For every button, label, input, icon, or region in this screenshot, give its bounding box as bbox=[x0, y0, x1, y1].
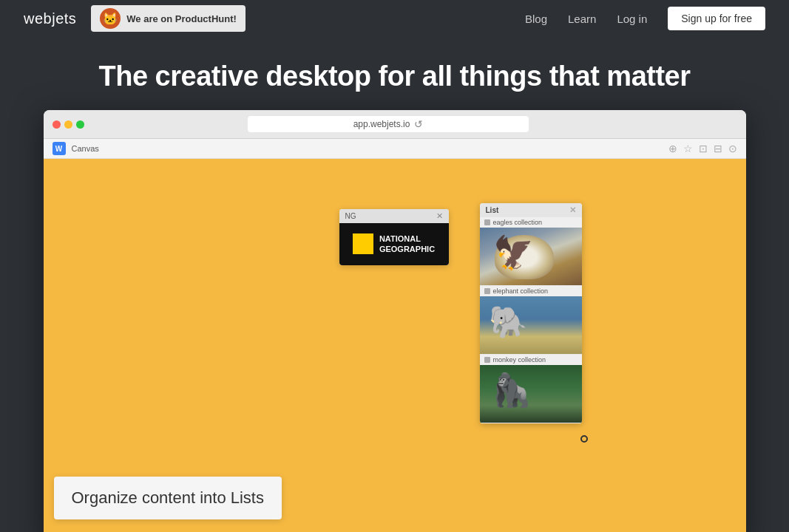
tab-add-icon[interactable]: ⊕ bbox=[668, 143, 677, 154]
eagles-dot bbox=[484, 219, 490, 225]
nav-blog[interactable]: Blog bbox=[525, 13, 547, 25]
tab-canvas[interactable]: Canvas bbox=[72, 144, 99, 153]
header-nav: Blog Learn Log in Sign up for free bbox=[525, 7, 765, 30]
ng-widget-title: NG bbox=[345, 212, 356, 220]
monkey-text: monkey collection bbox=[493, 356, 546, 364]
producthunt-badge[interactable]: 🐱 We are on ProductHunt! bbox=[91, 5, 245, 32]
tab-share-icon[interactable]: ⊡ bbox=[699, 143, 708, 154]
list-widget-title: List bbox=[486, 206, 499, 214]
tab-star-icon[interactable]: ☆ bbox=[683, 143, 693, 154]
elephant-dot bbox=[484, 288, 490, 294]
cursor-indicator bbox=[580, 435, 588, 443]
logo[interactable]: webjets bbox=[24, 10, 76, 27]
elephant-label: elephant collection bbox=[480, 286, 582, 296]
dot-red[interactable] bbox=[53, 120, 61, 129]
eagles-image bbox=[480, 228, 582, 285]
list-item-elephant[interactable]: elephant collection bbox=[480, 286, 582, 355]
ng-widget-close[interactable]: ✕ bbox=[436, 211, 443, 221]
browser-canvas[interactable]: NG ✕ NATIONAL GEOGRAPHIC List ✕ bbox=[44, 159, 746, 532]
browser-mockup: app.webjets.io ↺ W Canvas ⊕ ☆ ⊡ ⊟ ⊙ NG ✕ bbox=[44, 110, 746, 532]
organize-label: Organize content into Lists bbox=[54, 477, 282, 519]
tab-delete-icon[interactable]: ⊟ bbox=[714, 143, 722, 154]
eagles-label: eagles collection bbox=[480, 217, 582, 228]
browser-chrome: app.webjets.io ↺ bbox=[44, 110, 746, 139]
ng-logo-frame bbox=[353, 233, 373, 254]
dot-yellow[interactable] bbox=[64, 120, 72, 129]
ph-avatar: 🐱 bbox=[100, 8, 121, 29]
producthunt-label: We are on ProductHunt! bbox=[126, 13, 237, 24]
monkey-dot bbox=[484, 357, 490, 363]
svg-rect-0 bbox=[357, 238, 369, 250]
header: webjets 🐱 We are on ProductHunt! Blog Le… bbox=[0, 0, 789, 37]
ng-widget-header: NG ✕ bbox=[339, 209, 449, 223]
eagles-text: eagles collection bbox=[493, 219, 543, 226]
elephant-text: elephant collection bbox=[493, 287, 549, 295]
hero-section: The creative desktop for all things that… bbox=[0, 37, 789, 110]
url-text: app.webjets.io bbox=[353, 119, 410, 129]
browser-dots bbox=[53, 120, 84, 129]
list-widget[interactable]: List ✕ eagles collection elephant collec… bbox=[480, 203, 582, 423]
signup-button[interactable]: Sign up for free bbox=[668, 7, 765, 30]
ng-widget[interactable]: NG ✕ NATIONAL GEOGRAPHIC bbox=[339, 209, 449, 265]
list-widget-header: List ✕ bbox=[480, 203, 582, 217]
refresh-icon[interactable]: ↺ bbox=[414, 118, 423, 130]
ng-text: NATIONAL GEOGRAPHIC bbox=[379, 233, 435, 255]
monkey-image bbox=[480, 365, 582, 423]
url-bar[interactable]: app.webjets.io ↺ bbox=[248, 116, 529, 132]
dot-green[interactable] bbox=[76, 120, 84, 129]
hero-title: The creative desktop for all things that… bbox=[0, 61, 789, 92]
header-left: webjets 🐱 We are on ProductHunt! bbox=[24, 5, 245, 32]
monkey-label: monkey collection bbox=[480, 355, 582, 365]
ng-widget-content: NATIONAL GEOGRAPHIC bbox=[339, 223, 449, 265]
nav-learn[interactable]: Learn bbox=[568, 13, 596, 25]
ng-logo-icon bbox=[357, 238, 369, 250]
list-widget-close[interactable]: ✕ bbox=[569, 205, 576, 215]
tab-actions: ⊕ ☆ ⊡ ⊟ ⊙ bbox=[668, 143, 737, 154]
elephant-image bbox=[480, 296, 582, 354]
browser-tab-bar: W Canvas ⊕ ☆ ⊡ ⊟ ⊙ bbox=[44, 139, 746, 159]
tab-user-icon[interactable]: ⊙ bbox=[728, 143, 737, 154]
nav-login[interactable]: Log in bbox=[617, 13, 647, 25]
list-item-eagles[interactable]: eagles collection bbox=[480, 217, 582, 286]
w-favicon: W bbox=[53, 142, 66, 155]
list-item-monkey[interactable]: monkey collection bbox=[480, 355, 582, 423]
